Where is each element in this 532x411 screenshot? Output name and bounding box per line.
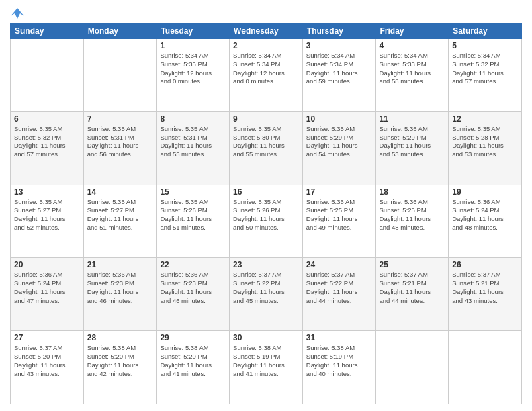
day-info: Sunrise: 5:35 AM Sunset: 5:27 PM Dayligh… [14,198,80,232]
header-row: SundayMondayTuesdayWednesdayThursdayFrid… [11,24,522,39]
day-number: 17 [306,187,372,197]
day-info: Sunrise: 5:34 AM Sunset: 5:34 PM Dayligh… [306,52,372,86]
day-cell: 19Sunrise: 5:36 AM Sunset: 5:24 PM Dayli… [449,185,522,258]
day-number: 23 [233,260,299,269]
day-number: 4 [380,41,445,50]
weekday-header-tuesday: Tuesday [157,24,230,39]
logo [10,7,25,17]
day-number: 10 [306,114,372,124]
day-info: Sunrise: 5:35 AM Sunset: 5:29 PM Dayligh… [380,125,445,159]
day-number: 7 [87,114,153,124]
day-info: Sunrise: 5:35 AM Sunset: 5:28 PM Dayligh… [452,125,518,159]
day-number: 2 [233,41,299,50]
day-number: 5 [452,41,518,50]
day-cell: 21Sunrise: 5:36 AM Sunset: 5:23 PM Dayli… [83,258,157,331]
day-info: Sunrise: 5:37 AM Sunset: 5:22 PM Dayligh… [233,271,299,305]
day-number: 22 [160,260,226,269]
header [10,7,522,17]
day-cell: 31Sunrise: 5:38 AM Sunset: 5:19 PM Dayli… [302,331,375,404]
svg-marker-0 [11,8,24,19]
day-info: Sunrise: 5:36 AM Sunset: 5:23 PM Dayligh… [160,271,226,305]
day-info: Sunrise: 5:36 AM Sunset: 5:23 PM Dayligh… [87,271,153,305]
day-cell: 20Sunrise: 5:36 AM Sunset: 5:24 PM Dayli… [11,258,84,331]
day-number: 27 [14,333,80,342]
day-number: 31 [306,333,372,342]
day-info: Sunrise: 5:38 AM Sunset: 5:19 PM Dayligh… [233,344,299,378]
day-cell: 3Sunrise: 5:34 AM Sunset: 5:34 PM Daylig… [302,39,375,112]
day-number: 12 [452,114,518,124]
week-row-4: 20Sunrise: 5:36 AM Sunset: 5:24 PM Dayli… [11,258,522,331]
day-cell: 5Sunrise: 5:34 AM Sunset: 5:32 PM Daylig… [449,39,522,112]
day-number: 20 [14,260,80,269]
weekday-header-saturday: Saturday [449,24,522,39]
day-cell: 16Sunrise: 5:35 AM Sunset: 5:26 PM Dayli… [230,185,303,258]
day-cell: 1Sunrise: 5:34 AM Sunset: 5:35 PM Daylig… [157,39,230,112]
day-info: Sunrise: 5:37 AM Sunset: 5:20 PM Dayligh… [14,344,80,378]
day-info: Sunrise: 5:37 AM Sunset: 5:22 PM Dayligh… [306,271,372,305]
day-number: 13 [14,187,80,197]
day-cell: 11Sunrise: 5:35 AM Sunset: 5:29 PM Dayli… [375,111,449,185]
day-cell: 30Sunrise: 5:38 AM Sunset: 5:19 PM Dayli… [230,331,303,404]
day-info: Sunrise: 5:35 AM Sunset: 5:27 PM Dayligh… [87,198,153,232]
day-number: 29 [160,333,226,342]
day-info: Sunrise: 5:36 AM Sunset: 5:24 PM Dayligh… [14,271,80,305]
day-info: Sunrise: 5:34 AM Sunset: 5:32 PM Dayligh… [452,52,518,86]
day-cell: 23Sunrise: 5:37 AM Sunset: 5:22 PM Dayli… [230,258,303,331]
day-cell [375,331,449,404]
day-cell: 10Sunrise: 5:35 AM Sunset: 5:29 PM Dayli… [302,111,375,185]
day-cell: 13Sunrise: 5:35 AM Sunset: 5:27 PM Dayli… [11,185,84,258]
day-cell: 25Sunrise: 5:37 AM Sunset: 5:21 PM Dayli… [375,258,449,331]
day-info: Sunrise: 5:36 AM Sunset: 5:24 PM Dayligh… [452,198,518,232]
day-cell: 24Sunrise: 5:37 AM Sunset: 5:22 PM Dayli… [302,258,375,331]
day-cell: 15Sunrise: 5:35 AM Sunset: 5:26 PM Dayli… [157,185,230,258]
week-row-5: 27Sunrise: 5:37 AM Sunset: 5:20 PM Dayli… [11,331,522,404]
day-cell: 27Sunrise: 5:37 AM Sunset: 5:20 PM Dayli… [11,331,84,404]
day-info: Sunrise: 5:35 AM Sunset: 5:31 PM Dayligh… [87,125,153,159]
page: SundayMondayTuesdayWednesdayThursdayFrid… [0,0,532,411]
day-info: Sunrise: 5:35 AM Sunset: 5:29 PM Dayligh… [306,125,372,159]
day-number: 30 [233,333,299,342]
day-cell: 9Sunrise: 5:35 AM Sunset: 5:30 PM Daylig… [230,111,303,185]
weekday-header-friday: Friday [375,24,449,39]
day-info: Sunrise: 5:34 AM Sunset: 5:34 PM Dayligh… [233,52,299,86]
day-info: Sunrise: 5:35 AM Sunset: 5:31 PM Dayligh… [160,125,226,159]
day-info: Sunrise: 5:35 AM Sunset: 5:32 PM Dayligh… [14,125,80,159]
day-info: Sunrise: 5:34 AM Sunset: 5:33 PM Dayligh… [380,52,445,86]
day-number: 1 [160,41,226,50]
calendar-table: SundayMondayTuesdayWednesdayThursdayFrid… [10,23,522,404]
day-number: 14 [87,187,153,197]
logo-bird-icon [11,7,24,20]
day-cell: 12Sunrise: 5:35 AM Sunset: 5:28 PM Dayli… [449,111,522,185]
weekday-header-monday: Monday [83,24,157,39]
day-cell [11,39,84,112]
day-info: Sunrise: 5:36 AM Sunset: 5:25 PM Dayligh… [380,198,445,232]
day-cell: 8Sunrise: 5:35 AM Sunset: 5:31 PM Daylig… [157,111,230,185]
day-cell: 17Sunrise: 5:36 AM Sunset: 5:25 PM Dayli… [302,185,375,258]
week-row-2: 6Sunrise: 5:35 AM Sunset: 5:32 PM Daylig… [11,111,522,185]
day-cell: 2Sunrise: 5:34 AM Sunset: 5:34 PM Daylig… [230,39,303,112]
day-number: 16 [233,187,299,197]
day-number: 15 [160,187,226,197]
day-info: Sunrise: 5:35 AM Sunset: 5:26 PM Dayligh… [160,198,226,232]
day-cell: 14Sunrise: 5:35 AM Sunset: 5:27 PM Dayli… [83,185,157,258]
day-number: 11 [380,114,445,124]
day-cell: 26Sunrise: 5:37 AM Sunset: 5:21 PM Dayli… [449,258,522,331]
day-number: 26 [452,260,518,269]
day-info: Sunrise: 5:37 AM Sunset: 5:21 PM Dayligh… [380,271,445,305]
day-cell: 6Sunrise: 5:35 AM Sunset: 5:32 PM Daylig… [11,111,84,185]
day-cell: 18Sunrise: 5:36 AM Sunset: 5:25 PM Dayli… [375,185,449,258]
day-info: Sunrise: 5:35 AM Sunset: 5:26 PM Dayligh… [233,198,299,232]
day-info: Sunrise: 5:37 AM Sunset: 5:21 PM Dayligh… [452,271,518,305]
day-info: Sunrise: 5:38 AM Sunset: 5:20 PM Dayligh… [87,344,153,378]
week-row-3: 13Sunrise: 5:35 AM Sunset: 5:27 PM Dayli… [11,185,522,258]
day-number: 19 [452,187,518,197]
day-info: Sunrise: 5:34 AM Sunset: 5:35 PM Dayligh… [160,52,226,86]
day-cell [449,331,522,404]
day-number: 24 [306,260,372,269]
weekday-header-sunday: Sunday [11,24,84,39]
day-cell: 28Sunrise: 5:38 AM Sunset: 5:20 PM Dayli… [83,331,157,404]
weekday-header-thursday: Thursday [302,24,375,39]
day-cell: 29Sunrise: 5:38 AM Sunset: 5:20 PM Dayli… [157,331,230,404]
week-row-1: 1Sunrise: 5:34 AM Sunset: 5:35 PM Daylig… [11,39,522,112]
day-number: 6 [14,114,80,124]
